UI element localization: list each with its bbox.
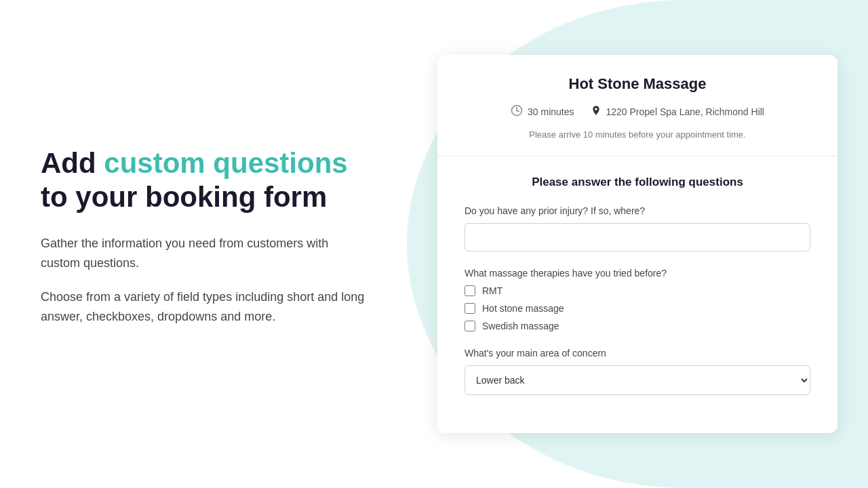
- checkbox-rmt[interactable]: RMT: [465, 285, 810, 296]
- checkbox-rmt-input[interactable]: [465, 285, 475, 296]
- checkbox-hot-stone-input[interactable]: [465, 303, 475, 314]
- question-2-label: What massage therapies have you tried be…: [465, 268, 810, 279]
- heading-plain: Add: [41, 147, 104, 179]
- question-3-group: What's your main area of concern Lower b…: [465, 348, 810, 395]
- concern-dropdown[interactable]: Lower back Upper back Neck Shoulders Leg…: [465, 365, 810, 395]
- checkbox-swedish-label: Swedish massage: [482, 321, 559, 331]
- question-1-group: Do you have any prior injury? If so, whe…: [465, 205, 810, 251]
- clock-icon: [511, 104, 523, 119]
- question-1-label: Do you have any prior injury? If so, whe…: [465, 205, 810, 216]
- arrival-notice: Please arrive 10 minutes before your app…: [465, 129, 810, 140]
- checkbox-swedish[interactable]: Swedish massage: [465, 321, 810, 331]
- question-1-input[interactable]: [465, 223, 810, 251]
- left-panel: Add custom questions to your booking for…: [0, 0, 407, 488]
- heading-rest: to your booking form: [41, 181, 327, 213]
- description-1: Gather the information you need from cus…: [41, 234, 366, 273]
- location-meta: 1220 Propel Spa Lane, Richmond Hill: [591, 104, 764, 120]
- checkbox-group: RMT Hot stone massage Swedish massage: [465, 285, 810, 331]
- checkbox-hot-stone-label: Hot stone massage: [482, 303, 564, 314]
- card-body: Please answer the following questions Do…: [437, 157, 837, 433]
- description-2: Choose from a variety of field types inc…: [41, 287, 366, 327]
- checkbox-hot-stone[interactable]: Hot stone massage: [465, 303, 810, 314]
- right-panel: Hot Stone Massage 30 minutes: [407, 0, 868, 488]
- heading-highlight: custom questions: [104, 147, 347, 179]
- card-header: Hot Stone Massage 30 minutes: [437, 55, 837, 157]
- questions-heading: Please answer the following questions: [465, 176, 810, 189]
- service-title: Hot Stone Massage: [465, 75, 810, 93]
- duration-meta: 30 minutes: [511, 104, 574, 119]
- checkbox-rmt-label: RMT: [482, 285, 502, 296]
- question-2-group: What massage therapies have you tried be…: [465, 268, 810, 331]
- pin-icon: [591, 104, 601, 120]
- left-content: Add custom questions to your booking for…: [41, 146, 366, 342]
- main-heading: Add custom questions to your booking for…: [41, 146, 366, 215]
- duration-text: 30 minutes: [528, 106, 574, 117]
- service-meta: 30 minutes 1220 Propel Spa Lane, Richmon…: [465, 104, 810, 120]
- location-text: 1220 Propel Spa Lane, Richmond Hill: [606, 106, 764, 117]
- question-3-label: What's your main area of concern: [465, 348, 810, 359]
- checkbox-swedish-input[interactable]: [465, 321, 475, 331]
- booking-card: Hot Stone Massage 30 minutes: [437, 55, 837, 433]
